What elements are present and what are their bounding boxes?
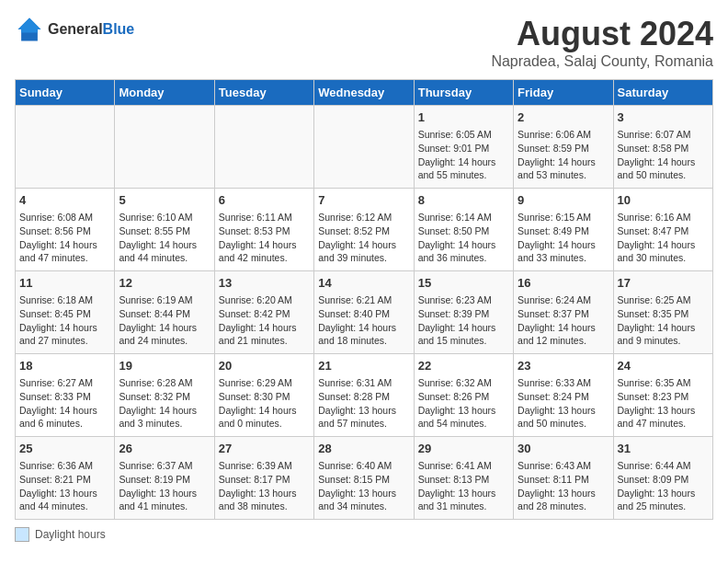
calendar-cell: 31Sunrise: 6:44 AMSunset: 8:09 PMDayligh…: [613, 437, 712, 520]
calendar-cell: 5Sunrise: 6:10 AMSunset: 8:55 PMDaylight…: [115, 189, 214, 271]
day-number: 3: [618, 109, 709, 126]
calendar-cell: 4Sunrise: 6:08 AMSunset: 8:56 PMDaylight…: [16, 189, 115, 271]
day-info-line: Daylight: 14 hours: [219, 321, 310, 335]
day-info-line: Daylight: 14 hours: [19, 404, 110, 418]
day-info-line: Daylight: 14 hours: [119, 238, 210, 252]
day-info-line: Daylight: 14 hours: [618, 321, 709, 335]
weekday-header: Sunday: [16, 80, 115, 106]
day-info-line: Sunrise: 6:10 AM: [119, 211, 210, 224]
day-number: 12: [119, 275, 210, 292]
header-row: SundayMondayTuesdayWednesdayThursdayFrid…: [16, 80, 713, 106]
day-info-line: Sunset: 8:52 PM: [318, 224, 409, 238]
calendar-cell: 11Sunrise: 6:18 AMSunset: 8:45 PMDayligh…: [16, 271, 115, 354]
day-info-line: Sunrise: 6:14 AM: [418, 211, 509, 224]
day-number: 18: [19, 358, 110, 374]
day-info-line: Sunset: 8:53 PM: [219, 224, 310, 238]
day-info-line: and 44 minutes.: [19, 500, 110, 513]
day-info-line: Sunrise: 6:32 AM: [418, 376, 509, 390]
day-info-line: and 15 minutes.: [418, 334, 509, 348]
calendar-cell: 14Sunrise: 6:21 AMSunset: 8:40 PMDayligh…: [314, 271, 414, 354]
day-info-line: Sunrise: 6:05 AM: [418, 128, 509, 142]
day-number: 28: [318, 441, 409, 457]
day-info-line: Sunset: 8:26 PM: [418, 390, 509, 404]
day-info-line: Daylight: 14 hours: [119, 404, 210, 418]
day-info-line: and 38 minutes.: [219, 500, 310, 513]
day-info-line: Daylight: 14 hours: [618, 238, 709, 252]
weekday-header: Friday: [514, 80, 613, 106]
calendar-cell: 12Sunrise: 6:19 AMSunset: 8:44 PMDayligh…: [115, 271, 214, 354]
calendar-cell: [115, 106, 214, 189]
day-number: 8: [418, 192, 509, 209]
day-number: 7: [318, 192, 409, 209]
calendar-cell: 2Sunrise: 6:06 AMSunset: 8:59 PMDaylight…: [514, 106, 613, 189]
day-info-line: Sunrise: 6:12 AM: [318, 211, 409, 224]
day-number: 14: [318, 275, 409, 292]
day-info-line: Daylight: 14 hours: [418, 155, 509, 169]
day-info-line: Sunrise: 6:24 AM: [518, 293, 609, 307]
day-info-line: Sunset: 8:59 PM: [518, 142, 609, 155]
day-info-line: and 18 minutes.: [318, 334, 409, 348]
day-info-line: Daylight: 14 hours: [19, 321, 110, 335]
day-info-line: and 0 minutes.: [219, 417, 310, 431]
day-number: 20: [219, 358, 310, 374]
calendar-cell: 15Sunrise: 6:23 AMSunset: 8:39 PMDayligh…: [414, 271, 513, 354]
day-info-line: Sunrise: 6:28 AM: [119, 376, 210, 390]
day-info-line: Daylight: 13 hours: [518, 404, 609, 418]
logo-icon: [15, 15, 44, 44]
legend-box: [15, 527, 29, 542]
calendar-cell: 26Sunrise: 6:37 AMSunset: 8:19 PMDayligh…: [115, 437, 214, 520]
day-info-line: and 33 minutes.: [518, 251, 609, 265]
day-info-line: Sunrise: 6:44 AM: [618, 459, 709, 473]
day-info-line: Daylight: 13 hours: [219, 487, 310, 500]
legend: Daylight hours: [15, 527, 713, 542]
day-info-line: Sunrise: 6:08 AM: [19, 211, 110, 224]
calendar-cell: 27Sunrise: 6:39 AMSunset: 8:17 PMDayligh…: [214, 437, 313, 520]
calendar-cell: 22Sunrise: 6:32 AMSunset: 8:26 PMDayligh…: [414, 354, 513, 437]
day-info-line: Sunset: 8:49 PM: [518, 224, 609, 238]
day-info-line: Sunset: 8:44 PM: [119, 307, 210, 321]
day-number: 31: [618, 441, 709, 457]
day-info-line: and 24 minutes.: [119, 334, 210, 348]
day-info-line: Daylight: 14 hours: [318, 321, 409, 335]
day-number: 2: [518, 109, 609, 126]
weekday-header: Wednesday: [314, 80, 414, 106]
day-number: 13: [219, 275, 310, 292]
day-info-line: Sunrise: 6:21 AM: [318, 293, 409, 307]
day-info-line: Sunset: 8:11 PM: [518, 473, 609, 487]
title-area: August 2024 Napradea, Salaj County, Roma…: [491, 15, 713, 70]
calendar-cell: 16Sunrise: 6:24 AMSunset: 8:37 PMDayligh…: [514, 271, 613, 354]
day-info-line: and 25 minutes.: [618, 500, 709, 513]
day-info-line: Sunset: 8:47 PM: [618, 224, 709, 238]
day-info-line: Sunrise: 6:40 AM: [318, 459, 409, 473]
day-info-line: Sunrise: 6:18 AM: [19, 293, 110, 307]
day-info-line: Daylight: 14 hours: [518, 238, 609, 252]
day-info-line: and 53 minutes.: [518, 168, 609, 182]
calendar-week-row: 11Sunrise: 6:18 AMSunset: 8:45 PMDayligh…: [16, 271, 713, 354]
day-number: 22: [418, 358, 509, 374]
calendar-cell: 10Sunrise: 6:16 AMSunset: 8:47 PMDayligh…: [613, 189, 712, 271]
legend-label: Daylight hours: [35, 528, 106, 541]
calendar-cell: [16, 106, 115, 189]
day-info-line: Sunrise: 6:41 AM: [418, 459, 509, 473]
day-info-line: Daylight: 13 hours: [418, 404, 509, 418]
day-info-line: Daylight: 14 hours: [219, 404, 310, 418]
day-info-line: Daylight: 14 hours: [19, 238, 110, 252]
day-number: 30: [518, 441, 609, 457]
calendar-cell: [214, 106, 313, 189]
day-info-line: and 21 minutes.: [219, 334, 310, 348]
day-info-line: and 39 minutes.: [318, 251, 409, 265]
day-number: 25: [19, 441, 110, 457]
day-number: 24: [618, 358, 709, 374]
day-info-line: Daylight: 14 hours: [219, 238, 310, 252]
main-title: August 2024: [491, 15, 713, 53]
day-info-line: Sunset: 8:17 PM: [219, 473, 310, 487]
day-number: 21: [318, 358, 409, 374]
day-info-line: and 27 minutes.: [19, 334, 110, 348]
day-info-line: and 54 minutes.: [418, 417, 509, 431]
day-info-line: Daylight: 13 hours: [119, 487, 210, 500]
day-info-line: Sunrise: 6:11 AM: [219, 211, 310, 224]
day-info-line: and 36 minutes.: [418, 251, 509, 265]
day-info-line: Sunset: 8:09 PM: [618, 473, 709, 487]
day-info-line: Sunset: 8:39 PM: [418, 307, 509, 321]
calendar-cell: 23Sunrise: 6:33 AMSunset: 8:24 PMDayligh…: [514, 354, 613, 437]
